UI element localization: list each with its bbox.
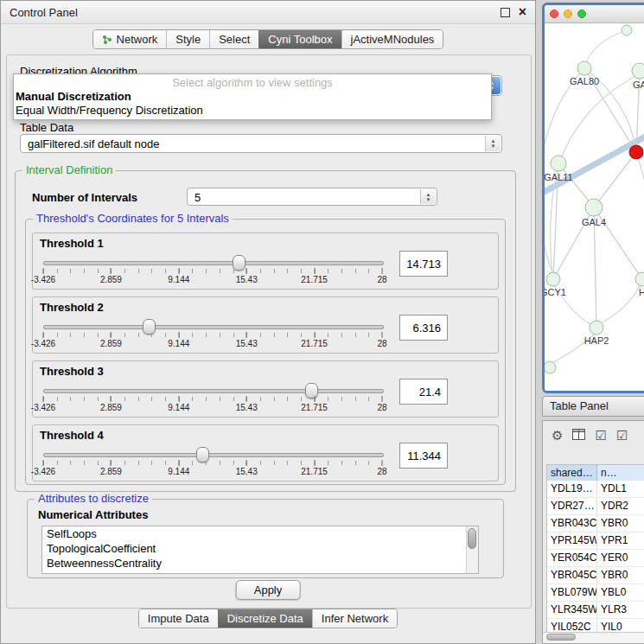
apply-button[interactable]: Apply [236,580,301,600]
table-cell[interactable]: YDL1 [597,481,644,497]
table-cell[interactable]: YBR0 [597,515,644,532]
control-panel-titlebar[interactable]: Control Panel × [1,1,535,24]
table-row[interactable]: YBR045CYBR0 [547,567,644,584]
slider-track[interactable] [43,453,384,457]
threshold-3-slider[interactable]: -3.4262.8599.14415.4321.71528 [43,384,382,413]
slider-track[interactable] [43,389,384,393]
tab-discretize-data[interactable]: Discretize Data [218,609,312,628]
combo-stepper-icon[interactable]: ▲▼ [485,136,501,151]
numerical-attributes-listbox[interactable]: SelfLoopsTopologicalCoefficientBetweenne… [41,526,479,574]
close-icon[interactable]: × [519,7,526,17]
threshold-1-value-field[interactable]: 14.713 [399,251,448,277]
table-cell[interactable]: YIL052C [547,619,597,633]
checkbox-icon[interactable]: ☑ [595,429,606,442]
table-row[interactable]: YBL079WYBL0 [547,584,644,602]
table-cell[interactable]: YBR0 [597,567,644,583]
threshold-1-slider[interactable]: -3.4262.8599.14415.4321.71528 [43,256,382,285]
list-item[interactable]: TopologicalCoefficient [42,541,478,556]
checkbox-icon[interactable]: ☑ [616,429,628,442]
tab-network[interactable]: Network [93,30,167,48]
table-cell[interactable]: YBR045C [547,567,597,583]
gear-icon[interactable]: ⚙ [552,429,563,442]
list-item[interactable]: SelfLoops [42,526,478,541]
close-traffic-light-icon[interactable] [550,10,558,18]
table-cell[interactable]: YBR043C [547,515,597,532]
network-window-titlebar[interactable] [545,5,644,23]
list-item[interactable]: BetweennessCentrality [42,556,478,571]
table-data-combobox[interactable]: galFiltered.sif default node ▲▼ [20,134,502,153]
table-row[interactable]: YIL052CYIL0 [547,619,644,633]
scrollbar-thumb[interactable] [546,634,576,641]
network-node[interactable] [546,272,560,286]
float-icon[interactable] [501,8,510,17]
attributes-group-title: Attributes to discretize [35,492,152,505]
tab-style[interactable]: Style [166,30,209,48]
table-row[interactable]: YDR27…YDR2 [547,498,644,515]
table-cell[interactable]: YBL0 [597,584,644,601]
table-cell[interactable]: YLR3 [597,602,644,618]
threshold-2-panel: Threshold 2 -3.4262.8599.14415.4321.7152… [32,296,499,354]
table-cell[interactable]: YER054C [547,550,597,566]
table-cell[interactable]: YDL19… [547,481,597,497]
table-cell[interactable]: YBL079W [547,584,597,601]
network-node[interactable] [551,156,566,171]
column-header[interactable]: shared… [547,465,597,481]
scrollbar-thumb[interactable] [468,528,476,549]
combo-stepper-icon[interactable]: ▲▼ [420,189,436,204]
slider-major-ticks [43,269,382,275]
network-node[interactable] [629,145,643,159]
table-cell[interactable]: YLR345W [547,602,597,618]
network-node[interactable] [622,25,632,35]
column-header[interactable]: n… [597,465,644,481]
table-cell[interactable]: YER0 [597,550,644,566]
minimize-traffic-light-icon[interactable] [564,10,572,18]
tab-infer-network[interactable]: Infer Network [312,609,397,628]
network-node[interactable] [585,199,603,216]
zoom-traffic-light-icon[interactable] [577,10,586,18]
horizontal-scrollbar[interactable] [543,632,644,643]
network-view-window[interactable]: GAL80GAGAL11GAL4GCY1HHAP2 [542,3,644,393]
network-node[interactable] [590,321,603,335]
threshold-4-value-field[interactable]: 11.344 [399,443,448,469]
columns-icon[interactable] [572,429,585,442]
table-row[interactable]: YPR145WYPR1 [547,532,644,550]
table-cell[interactable]: YPR1 [597,532,644,549]
node-label: H [639,287,644,297]
threshold-2-value-field[interactable]: 6.316 [399,315,448,341]
network-node[interactable] [577,61,591,75]
node-label: GCY1 [545,287,566,297]
table-panel-header[interactable]: Table Panel [542,396,644,417]
network-node[interactable] [635,272,644,286]
dropdown-option[interactable]: Manual Discretization [14,90,491,104]
tab-jactivemnodules[interactable]: jActiveMNodules [341,30,443,48]
network-svg: GAL80GAGAL11GAL4GCY1HHAP2 [545,23,644,392]
threshold-2-slider[interactable]: -3.4262.8599.14415.4321.71528 [43,320,382,349]
dropdown-option[interactable]: Equal Width/Frequency Discretization [14,104,491,118]
tab-cyni-toolbox[interactable]: Cyni Toolbox [258,30,341,48]
number-of-intervals-label: Number of Intervals [32,191,137,204]
table-row[interactable]: YER054CYER0 [547,550,644,567]
slider-track[interactable] [43,325,384,329]
network-node[interactable] [632,63,644,79]
threshold-4-slider[interactable]: -3.4262.8599.14415.4321.71528 [43,448,382,477]
table-cell[interactable]: YDR2 [597,498,644,514]
tab-select[interactable]: Select [209,30,258,48]
table-row[interactable]: YDL19…YDL1 [547,481,644,498]
tab-impute-data[interactable]: Impute Data [139,609,218,628]
threshold-label: Threshold 4 [40,429,104,442]
slider-track[interactable] [43,261,384,265]
table-cell[interactable]: YIL0 [597,619,644,633]
threshold-3-panel: Threshold 3 -3.4262.8599.14415.4321.7152… [32,360,499,418]
tab-label: Select [219,33,250,46]
number-of-intervals-combobox[interactable]: 5 ▲▼ [187,188,437,206]
dropdown-placeholder: Select algorithm to view settings [14,74,491,90]
table-cell[interactable]: YDR27… [547,498,597,514]
table-cell[interactable]: YPR145W [547,532,597,549]
table-row[interactable]: YBR043CYBR0 [547,515,644,532]
table-row[interactable]: YLR345WYLR3 [547,602,644,619]
list-scrollbar[interactable] [466,526,478,573]
slider-tick-labels: -3.4262.8599.14415.4321.71528 [43,275,382,285]
network-node[interactable] [545,361,556,373]
threshold-3-value-field[interactable]: 21.4 [399,379,448,405]
network-canvas[interactable]: GAL80GAGAL11GAL4GCY1HHAP2 [545,23,644,392]
